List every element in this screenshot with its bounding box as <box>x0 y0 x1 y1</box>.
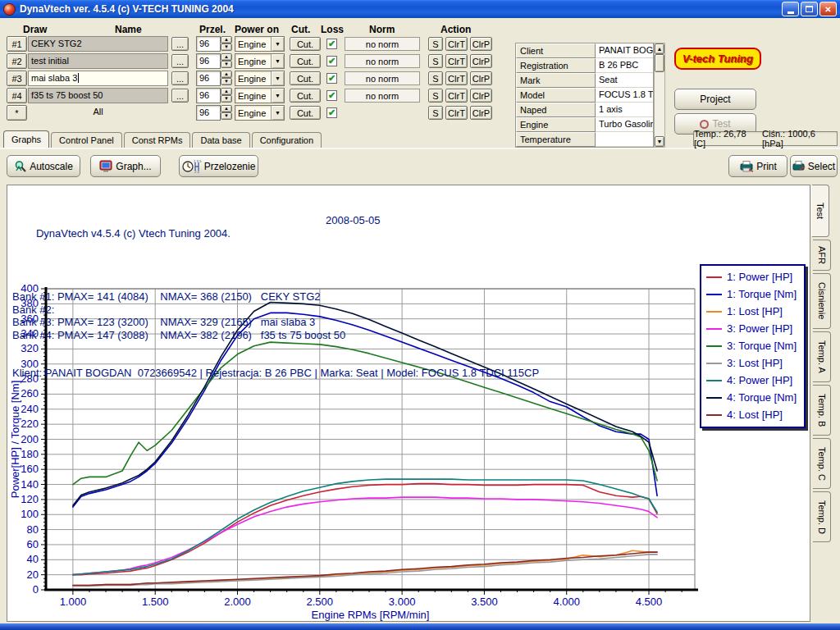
cut-button[interactable]: Cut. <box>290 106 321 120</box>
browse-button[interactable]: ... <box>171 89 189 103</box>
close-button[interactable]: ✕ <box>819 2 837 16</box>
client-field-value[interactable]: PANAIT BOGDAN <box>596 43 654 58</box>
power-on-select[interactable]: Engine▼ <box>235 36 285 52</box>
minimize-button[interactable] <box>782 2 799 16</box>
scroll-thumb[interactable] <box>655 54 664 72</box>
loss-checkbox[interactable]: ✔ <box>326 73 337 84</box>
side-tab-cisnienie[interactable]: Cisnienie <box>813 273 831 329</box>
s-button[interactable]: S <box>428 71 443 85</box>
tab-control-panel[interactable]: Control Panel <box>51 132 122 148</box>
side-tab-temp-d[interactable]: Temp. D <box>813 491 831 542</box>
row-select-button[interactable]: * <box>7 105 27 121</box>
przel-value[interactable]: 96 <box>196 71 221 86</box>
client-field-value[interactable]: B 26 PBC <box>596 58 654 73</box>
client-field-value[interactable]: 1 axis <box>596 103 654 117</box>
vtech-tuning-logo: V-tech Tuning <box>674 48 761 70</box>
project-button[interactable]: Project <box>674 89 756 110</box>
spin-down-icon[interactable]: ▼ <box>221 112 232 120</box>
przel-spinner[interactable]: ▲▼ <box>221 36 232 52</box>
clrp-button[interactable]: ClrP <box>470 89 492 103</box>
clrp-button[interactable]: ClrP <box>470 106 492 120</box>
side-tab-temp-c[interactable]: Temp. C <box>813 438 831 489</box>
clrt-button[interactable]: ClrT <box>445 54 468 68</box>
clrp-button[interactable]: ClrP <box>470 37 492 51</box>
client-field-value[interactable]: Turbo Gasoline <box>596 117 654 132</box>
przel-value[interactable]: 96 <box>196 105 221 121</box>
przel-spinner[interactable]: ▲▼ <box>221 53 232 69</box>
przel-value[interactable]: 96 <box>196 53 221 69</box>
spin-up-icon[interactable]: ▲ <box>221 71 232 78</box>
przel-value[interactable]: 96 <box>196 36 221 52</box>
row-select-button[interactable]: #1 <box>7 36 27 52</box>
browse-button[interactable]: ... <box>171 54 189 68</box>
spin-down-icon[interactable]: ▼ <box>221 95 232 103</box>
select-button[interactable]: Select <box>790 155 838 177</box>
spin-down-icon[interactable]: ▼ <box>221 78 232 85</box>
spin-up-icon[interactable]: ▲ <box>221 36 232 43</box>
tab-const-rpms[interactable]: Const RPMs <box>124 132 191 148</box>
row-select-button[interactable]: #2 <box>7 53 27 69</box>
run-name-field[interactable]: mai slaba 3 <box>28 71 168 86</box>
side-tab-test[interactable]: Test <box>811 185 829 237</box>
norm-button[interactable]: no norm <box>345 71 420 85</box>
client-field-value[interactable] <box>596 132 654 147</box>
cut-button[interactable]: Cut. <box>290 71 321 85</box>
power-on-select[interactable]: Engine▼ <box>235 71 285 86</box>
s-button[interactable]: S <box>428 37 443 51</box>
loss-checkbox[interactable]: ✔ <box>326 39 337 49</box>
norm-button[interactable]: no norm <box>345 37 420 51</box>
row-select-button[interactable]: #3 <box>7 71 27 86</box>
spin-up-icon[interactable]: ▲ <box>221 53 232 61</box>
side-tab-afr[interactable]: AFR <box>813 240 831 271</box>
tab-data-base[interactable]: Data base <box>192 132 249 148</box>
clrp-button[interactable]: ClrP <box>470 54 492 68</box>
browse-button[interactable]: ... <box>171 37 189 51</box>
power-on-select[interactable]: Engine▼ <box>235 88 285 103</box>
print-button[interactable]: Print <box>728 155 788 177</box>
scroll-up-button[interactable]: ▲ <box>655 43 664 54</box>
clrt-button[interactable]: ClrT <box>445 89 468 103</box>
run-name-field[interactable]: test initial <box>28 53 168 69</box>
power-on-select[interactable]: Engine▼ <box>235 105 285 121</box>
clrt-button[interactable]: ClrT <box>445 71 468 85</box>
przelozenie-button[interactable]: 1 3 5 2 4 Przelozenie <box>179 155 258 177</box>
run-name-field[interactable]: f35 ts 75 boost 50 <box>28 88 168 103</box>
restore-button[interactable] <box>801 2 818 16</box>
loss-checkbox[interactable]: ✔ <box>326 107 337 118</box>
norm-button[interactable]: no norm <box>345 54 420 68</box>
przel-spinner[interactable]: ▲▼ <box>221 105 232 121</box>
clrt-button[interactable]: ClrT <box>445 106 468 120</box>
clrp-button[interactable]: ClrP <box>470 71 492 85</box>
graph-button[interactable]: Graph... <box>90 155 161 177</box>
autoscale-button[interactable]: Autoscale <box>7 155 80 177</box>
side-tab-temp-a[interactable]: Temp. A <box>813 331 831 382</box>
cut-button[interactable]: Cut. <box>290 89 321 103</box>
spin-down-icon[interactable]: ▼ <box>221 61 232 68</box>
spin-up-icon[interactable]: ▲ <box>221 105 232 112</box>
scroll-down-button[interactable]: ▼ <box>655 136 664 147</box>
s-button[interactable]: S <box>428 89 443 103</box>
przel-spinner[interactable]: ▲▼ <box>221 71 232 86</box>
przel-spinner[interactable]: ▲▼ <box>221 88 232 103</box>
tab-graphs[interactable]: Graphs <box>3 130 49 148</box>
side-tab-temp-b[interactable]: Temp. B <box>813 385 831 436</box>
cut-button[interactable]: Cut. <box>290 37 321 51</box>
client-field-value[interactable]: Seat <box>596 73 654 88</box>
spin-down-icon[interactable]: ▼ <box>221 43 232 51</box>
client-scrollbar[interactable]: ▲ ▼ <box>654 43 665 148</box>
norm-button[interactable]: no norm <box>345 89 420 103</box>
loss-checkbox[interactable]: ✔ <box>326 56 337 66</box>
przel-value[interactable]: 96 <box>196 88 221 103</box>
browse-button[interactable]: ... <box>171 71 189 85</box>
row-select-button[interactable]: #4 <box>7 88 27 103</box>
spin-up-icon[interactable]: ▲ <box>221 88 232 95</box>
power-on-select[interactable]: Engine▼ <box>235 53 285 69</box>
clrt-button[interactable]: ClrT <box>445 37 468 51</box>
s-button[interactable]: S <box>428 54 443 68</box>
client-field-value[interactable]: FOCUS 1.8 TDCI 115CP <box>596 88 654 103</box>
s-button[interactable]: S <box>428 106 443 120</box>
run-name-field[interactable]: CEKY STG2 <box>28 36 168 52</box>
tab-configuration[interactable]: Configuration <box>252 132 322 148</box>
loss-checkbox[interactable]: ✔ <box>326 90 337 101</box>
cut-button[interactable]: Cut. <box>290 54 321 68</box>
